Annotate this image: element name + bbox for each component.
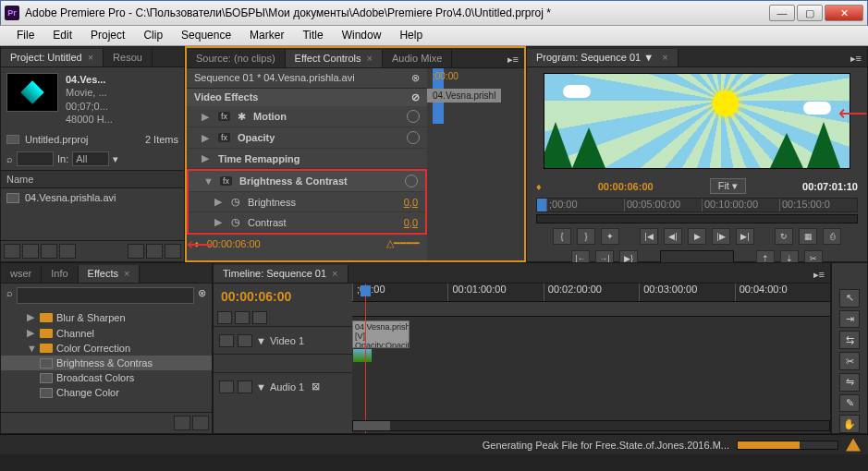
effect-timecode[interactable]: ♦00:00:06:00 △━━━━: [187, 235, 427, 252]
fx-badge[interactable]: fx: [220, 176, 232, 186]
dropdown-icon[interactable]: ▼: [643, 52, 654, 63]
mark-in-button[interactable]: {: [553, 228, 571, 245]
goto-in-button[interactable]: |◀: [640, 228, 658, 245]
speaker-icon[interactable]: [219, 380, 234, 393]
snap-button[interactable]: [217, 311, 232, 324]
tab-program[interactable]: Program: Sequence 01 ▼ ×: [527, 49, 679, 66]
video-effects-section[interactable]: Video Effects ⊘: [187, 89, 427, 106]
twirl-icon[interactable]: ▶: [214, 196, 224, 208]
video-track-header[interactable]: ▼Video 1: [214, 326, 352, 354]
tree-item-change-color[interactable]: Change Color: [1, 385, 212, 400]
playhead[interactable]: [537, 199, 546, 211]
close-icon[interactable]: ×: [124, 268, 129, 279]
automate-button[interactable]: [41, 244, 57, 259]
reset-icon[interactable]: [407, 131, 420, 144]
menu-sequence[interactable]: Sequence: [172, 26, 240, 45]
tab-effects[interactable]: Effects×: [79, 265, 141, 283]
tab-resources[interactable]: Resou: [104, 49, 153, 66]
tab-browser[interactable]: wser: [1, 265, 42, 283]
fx-badge[interactable]: fx: [218, 133, 230, 142]
current-timecode[interactable]: 00:00:06:00: [598, 181, 654, 192]
effect-timeline[interactable]: ;00:00 04.Vesna.prishl: [427, 68, 524, 260]
timeline-scrubber[interactable]: [536, 214, 858, 223]
find-button[interactable]: [59, 244, 76, 259]
menu-window[interactable]: Window: [333, 26, 391, 45]
video-clip[interactable]: 04.Vesna.prishla.avi [V] Opacity:Opacity…: [352, 320, 410, 348]
slip-tool[interactable]: ⇋: [839, 373, 860, 392]
menu-help[interactable]: Help: [390, 26, 432, 45]
dropdown-icon[interactable]: ▾: [113, 153, 118, 165]
step-forward-button[interactable]: |▶: [712, 228, 730, 245]
tab-effect-controls[interactable]: Effect Controls×: [286, 50, 383, 67]
program-ruler[interactable]: ;00:00 00:05:00:00 00:10:00:00 00:15:00:…: [536, 198, 858, 212]
track-select-tool[interactable]: ⇥: [839, 310, 860, 329]
icon-view-button[interactable]: [22, 244, 39, 259]
hand-tool[interactable]: ✋: [839, 415, 860, 433]
effect-row-opacity[interactable]: ▶ fx Opacity: [187, 127, 427, 149]
twirl-icon[interactable]: ▶: [202, 111, 211, 123]
tree-folder-color-correction[interactable]: ▼Color Correction: [1, 341, 212, 356]
safe-margins-button[interactable]: ▦: [799, 228, 817, 245]
new-bin-button[interactable]: [174, 416, 190, 430]
collapse-icon[interactable]: ⊘: [411, 91, 420, 103]
minimize-button[interactable]: —: [769, 5, 795, 21]
playhead[interactable]: [365, 284, 366, 433]
panel-menu-icon[interactable]: ▸≡: [808, 267, 830, 283]
tab-source[interactable]: Source: (no clips): [187, 50, 286, 67]
tree-folder-channel[interactable]: ▶Channel: [1, 325, 212, 341]
menu-project[interactable]: Project: [81, 26, 134, 45]
reset-icon[interactable]: [405, 175, 418, 187]
search-input[interactable]: [17, 151, 54, 166]
jog-slider[interactable]: [660, 250, 734, 263]
marker-button[interactable]: [235, 311, 250, 324]
close-icon[interactable]: ×: [662, 52, 667, 63]
fx-badge[interactable]: fx: [218, 112, 230, 121]
horizontal-scrollbar[interactable]: [352, 420, 830, 431]
twirl-icon[interactable]: ▼: [203, 175, 213, 187]
column-header-name[interactable]: Name: [1, 170, 184, 188]
razor-tool[interactable]: ✂: [839, 352, 860, 370]
tree-item-broadcast-colors[interactable]: Broadcast Colors: [1, 370, 212, 385]
close-icon[interactable]: ×: [88, 52, 93, 63]
timeline-timecode[interactable]: 00:00:06:00: [214, 284, 352, 309]
close-icon[interactable]: ×: [332, 268, 337, 279]
tab-timeline[interactable]: Timeline: Sequence 01×: [214, 265, 348, 283]
twirl-icon[interactable]: ▶: [214, 216, 224, 228]
param-contrast[interactable]: ▶ ◷ Contrast 0,0: [189, 212, 425, 233]
tab-info[interactable]: Info: [42, 265, 78, 283]
tab-audio-mixer[interactable]: Audio Mixe: [383, 50, 452, 67]
menu-clip[interactable]: Clip: [134, 26, 172, 45]
lock-icon[interactable]: [238, 334, 252, 347]
program-viewport[interactable]: [544, 73, 850, 169]
stopwatch-icon[interactable]: ◷: [231, 216, 240, 228]
clip-thumbnail[interactable]: [6, 73, 58, 112]
delete-button[interactable]: [165, 244, 181, 259]
menu-edit[interactable]: Edit: [43, 26, 81, 45]
effect-row-motion[interactable]: ▶ fx ✱ Motion: [187, 106, 427, 127]
list-item[interactable]: 04.Vesna.prishla.avi: [1, 188, 184, 207]
delete-button[interactable]: [192, 416, 209, 430]
audio-track-header[interactable]: ▼Audio 1⊠: [214, 372, 352, 400]
zoom-slider[interactable]: △━━━━: [386, 237, 420, 249]
panel-menu-icon[interactable]: ▸≡: [845, 51, 867, 66]
search-icon[interactable]: ⌕: [6, 153, 13, 164]
param-value[interactable]: 0,0: [404, 217, 418, 228]
menu-marker[interactable]: Marker: [240, 26, 293, 45]
close-icon[interactable]: ×: [367, 53, 373, 64]
timeline-tracks[interactable]: ;00:00 00:01:00:00 00:02:00:00 00:03:00:…: [352, 284, 830, 433]
zoom-fit-select[interactable]: Fit ▾: [710, 178, 746, 194]
menu-title[interactable]: Title: [293, 26, 332, 45]
twirl-icon[interactable]: ▶: [202, 152, 211, 164]
maximize-button[interactable]: ▢: [797, 5, 823, 21]
new-bin-button[interactable]: [128, 244, 144, 259]
twirl-icon[interactable]: ▶: [202, 132, 211, 144]
effects-search-input[interactable]: [17, 287, 194, 304]
param-value[interactable]: 0,0: [404, 197, 418, 208]
ripple-edit-tool[interactable]: ⇆: [839, 331, 860, 349]
step-back-button[interactable]: ◀|: [664, 228, 682, 245]
timeline-ruler[interactable]: ;00:00 00:01:00:00 00:02:00:00 00:03:00:…: [352, 284, 830, 302]
list-view-button[interactable]: [4, 244, 20, 259]
clear-icon[interactable]: ⊗: [198, 287, 206, 304]
reset-icon[interactable]: [407, 110, 420, 123]
search-scope[interactable]: [72, 151, 109, 166]
